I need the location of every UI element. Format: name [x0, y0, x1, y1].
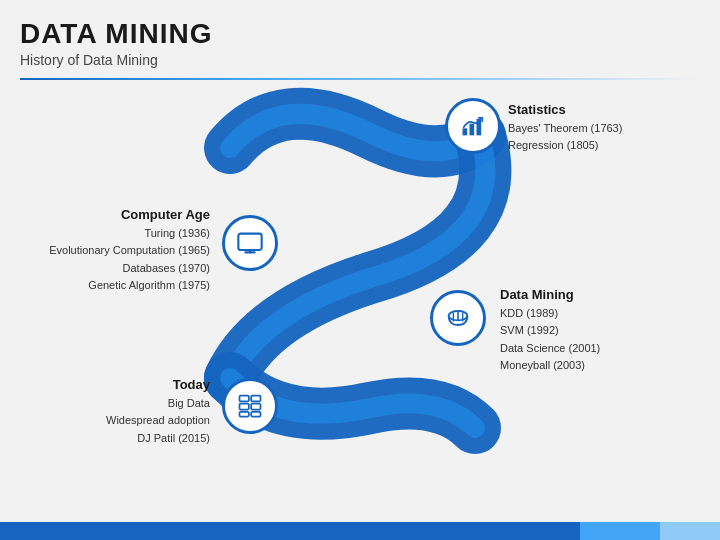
main-title: DATA MINING: [20, 18, 700, 50]
statistics-detail-1: Bayes' Theorem (1763): [508, 120, 622, 138]
data-mining-label: Data Mining KDD (1989) SVM (1992) Data S…: [500, 285, 600, 375]
data-mining-title: Data Mining: [500, 285, 600, 305]
svg-rect-11: [251, 396, 260, 402]
computer-age-detail-1: Turing (1936): [30, 225, 210, 243]
today-label: Today Big Data Widespread adoption DJ Pa…: [30, 375, 210, 447]
today-title: Today: [30, 375, 210, 395]
bottom-bar-blue: [0, 522, 580, 540]
svg-rect-0: [463, 128, 468, 135]
statistics-icon-circle: [445, 98, 501, 154]
computer-age-label: Computer Age Turing (1936) Evolutionary …: [30, 205, 210, 295]
slide: DATA MINING History of Data Mining: [0, 0, 720, 540]
statistics-title: Statistics: [508, 100, 622, 120]
svg-rect-13: [251, 404, 260, 410]
svg-rect-12: [240, 404, 249, 410]
data-mining-detail-2: SVM (1992): [500, 322, 600, 340]
computer-age-detail-2: Evolutionary Computation (1965): [30, 242, 210, 260]
mining-icon: [444, 304, 472, 332]
today-detail-2: Widespread adoption: [30, 412, 210, 430]
today-icon-circle: [222, 378, 278, 434]
computer-age-detail-3: Databases (1970): [30, 260, 210, 278]
today-detail-1: Big Data: [30, 395, 210, 413]
data-mining-detail-3: Data Science (2001): [500, 340, 600, 358]
svg-rect-15: [251, 412, 260, 417]
today-detail-3: DJ Patil (2015): [30, 430, 210, 448]
computer-age-title: Computer Age: [30, 205, 210, 225]
svg-rect-14: [240, 412, 249, 417]
data-mining-detail-4: Moneyball (2003): [500, 357, 600, 375]
svg-rect-1: [470, 124, 475, 136]
header: DATA MINING History of Data Mining: [0, 0, 720, 74]
sub-title: History of Data Mining: [20, 52, 700, 68]
bottom-bar-light: [660, 522, 720, 540]
computer-age-icon-circle: [222, 215, 278, 271]
statistics-detail-2: Regression (1805): [508, 137, 622, 155]
svg-rect-3: [238, 234, 261, 250]
data-mining-icon-circle: [430, 290, 486, 346]
bottom-bar: [0, 522, 720, 540]
bottom-bar-mid: [580, 522, 660, 540]
statistics-label: Statistics Bayes' Theorem (1763) Regress…: [508, 100, 622, 155]
monitor-icon: [236, 229, 264, 257]
computer-age-detail-4: Genetic Algorithm (1975): [30, 277, 210, 295]
svg-rect-10: [240, 396, 249, 402]
data-icon: [236, 392, 264, 420]
chart-icon: [459, 112, 487, 140]
data-mining-detail-1: KDD (1989): [500, 305, 600, 323]
